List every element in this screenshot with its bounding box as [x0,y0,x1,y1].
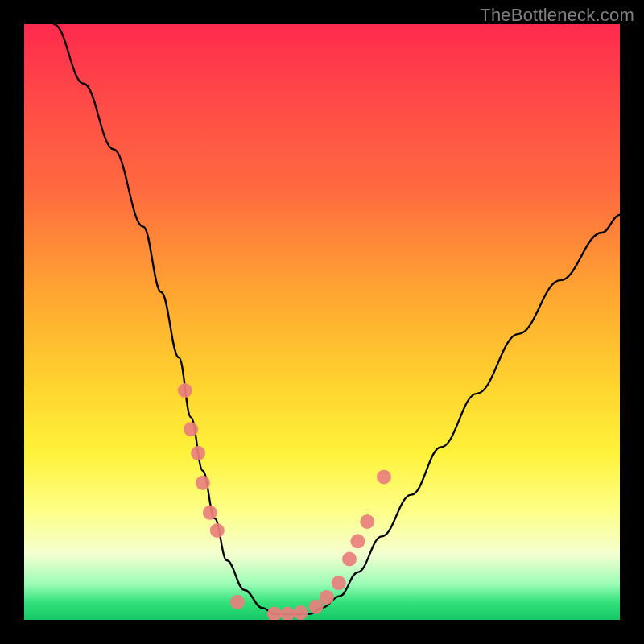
marker-dot [230,595,245,609]
marker-dot [320,590,334,605]
marker-dot [350,534,365,548]
marker-dot [280,607,295,620]
marker-dot [196,476,210,490]
marker-dot [360,514,374,529]
marker-dot [184,422,198,436]
marker-dot [203,506,217,520]
bottleneck-curve-line [54,24,620,614]
watermark-text: TheBottleneck.com [480,5,634,26]
bottleneck-chart [24,24,620,620]
marker-dot [178,383,192,398]
marker-dot [191,446,205,460]
marker-dot [342,552,357,567]
plot-area [24,24,620,620]
marker-dot [377,469,391,484]
marker-dot [293,605,308,620]
marker-dot [267,607,282,620]
marker-dot [210,523,225,538]
marker-dot [332,576,346,590]
outer-black-frame: TheBottleneck.com [0,0,644,644]
